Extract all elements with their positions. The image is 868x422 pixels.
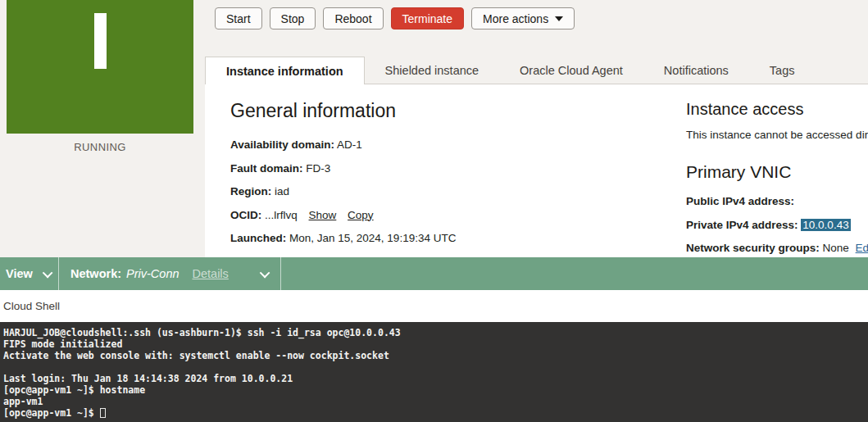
primary-vnic-title: Primary VNIC bbox=[686, 162, 868, 182]
terminal-line: Activate the web console with: systemctl… bbox=[3, 350, 868, 361]
general-information-section: General information Availability domain:… bbox=[230, 100, 673, 257]
terminate-button[interactable]: Terminate bbox=[391, 7, 464, 29]
nsg-field: Network security groups: None Edit bbox=[686, 242, 868, 254]
tab-oracle-cloud-agent[interactable]: Oracle Cloud Agent bbox=[499, 57, 643, 84]
caret-down-icon bbox=[555, 16, 563, 21]
chevron-down-icon bbox=[260, 267, 270, 278]
region-field: Region: iad bbox=[230, 185, 673, 197]
terminal-line: HARJUL_JOB@cloudshell:.ssh (us-ashburn-1… bbox=[3, 327, 868, 338]
network-value: Priv-Conn bbox=[126, 267, 179, 280]
cloud-shell-label: Cloud Shell bbox=[3, 300, 60, 312]
instance-status-icon bbox=[7, 0, 193, 134]
ocid-show-link[interactable]: Show bbox=[309, 209, 337, 221]
terminal-line: Last login: Thu Jan 18 14:14:38 2024 fro… bbox=[3, 373, 868, 384]
network-details-link[interactable]: Details bbox=[193, 267, 229, 280]
reboot-button[interactable]: Reboot bbox=[323, 7, 383, 29]
instance-initial-icon bbox=[94, 13, 107, 69]
cloud-shell-terminal[interactable]: HARJUL_JOB@cloudshell:.ssh (us-ashburn-1… bbox=[0, 322, 868, 422]
terminal-line: [opc@app-vm1 ~]$ hostname bbox=[3, 384, 868, 396]
network-dropdown[interactable]: Network: Priv-Conn Details bbox=[59, 257, 281, 290]
more-actions-button[interactable]: More actions bbox=[471, 7, 575, 29]
private-ip-value: 10.0.0.43 bbox=[801, 219, 850, 231]
view-dropdown[interactable]: View bbox=[0, 257, 59, 290]
instance-information-panel: General information Availability domain:… bbox=[205, 84, 868, 257]
tab-shielded-instance[interactable]: Shielded instance bbox=[365, 57, 499, 84]
launched-field: Launched: Mon, Jan 15, 2024, 19:19:34 UT… bbox=[230, 232, 673, 244]
terminal-line: app-vm1 bbox=[3, 396, 868, 407]
cloud-shell-header: Cloud Shell bbox=[0, 290, 868, 322]
more-actions-label: More actions bbox=[483, 12, 548, 25]
top-area: RUNNING Start Stop Reboot Terminate More… bbox=[0, 0, 868, 290]
instance-access-section: Instance access This instance cannot be … bbox=[686, 100, 868, 257]
general-information-title: General information bbox=[230, 100, 673, 122]
tab-notifications[interactable]: Notifications bbox=[643, 57, 749, 84]
view-label: View bbox=[6, 267, 33, 280]
network-label: Network: bbox=[70, 267, 121, 280]
availability-domain-field: Availability domain: AD-1 bbox=[230, 138, 673, 151]
public-ip-field: Public IPv4 address: bbox=[686, 195, 868, 207]
stop-button[interactable]: Stop bbox=[270, 7, 316, 29]
terminal-line bbox=[3, 361, 868, 373]
instance-access-text: This instance cannot be accessed direc bbox=[686, 129, 868, 141]
instance-access-title: Instance access bbox=[686, 100, 868, 119]
private-ip-field: Private IPv4 address: 10.0.0.43 bbox=[686, 219, 868, 231]
action-toolbar: Start Stop Reboot Terminate More actions bbox=[215, 7, 575, 29]
tab-tags[interactable]: Tags bbox=[749, 57, 816, 84]
tab-instance-information[interactable]: Instance information bbox=[205, 57, 365, 84]
status-badge: RUNNING bbox=[7, 141, 193, 153]
chevron-down-icon bbox=[43, 267, 53, 278]
fault-domain-field: Fault domain: FD-3 bbox=[230, 162, 673, 175]
ocid-field: OCID: ...lrflvq Show Copy bbox=[230, 209, 673, 221]
start-button[interactable]: Start bbox=[215, 7, 262, 29]
ocid-copy-link[interactable]: Copy bbox=[348, 209, 374, 221]
terminal-line: FIPS mode initialized bbox=[3, 338, 868, 350]
terminal-cursor bbox=[100, 408, 106, 418]
detail-tabs: Instance information Shielded instance O… bbox=[205, 57, 868, 84]
terminal-prompt-line: [opc@app-vm1 ~]$ bbox=[3, 407, 868, 419]
cloud-shell-toolbar: View Network: Priv-Conn Details bbox=[0, 257, 868, 290]
nsg-edit-link[interactable]: Edit bbox=[856, 242, 868, 254]
instance-details-page: RUNNING Start Stop Reboot Terminate More… bbox=[0, 0, 868, 422]
